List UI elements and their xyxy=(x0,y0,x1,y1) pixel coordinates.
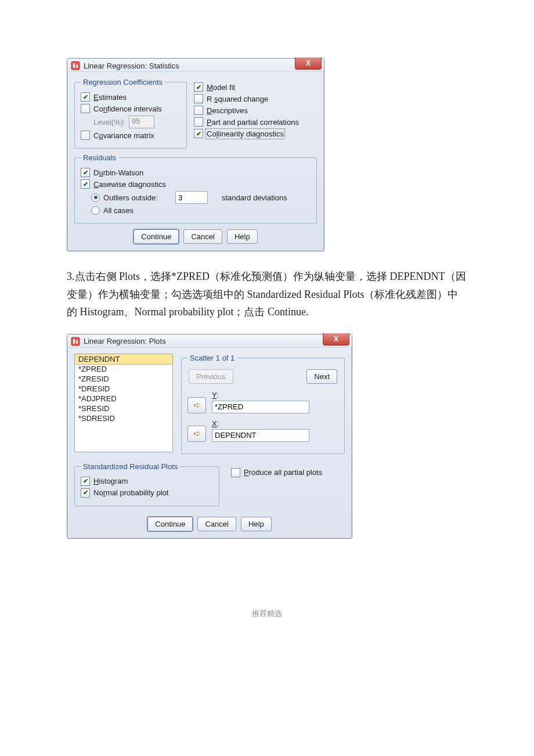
outliers-radio[interactable]: Outliers outside:Outliers outside: stand… xyxy=(91,191,311,204)
level-row: Level(%): 95 xyxy=(93,116,181,128)
variables-listbox[interactable]: DEPENDNT *ZPRED *ZRESID *DRESID *ADJPRED… xyxy=(74,354,173,452)
regression-coefficients-legend: Regression Coefficients xyxy=(81,78,165,87)
instruction-paragraph: 3.点击右侧 Plots，选择*ZPRED（标准化预测值）作为纵轴变量，选择 D… xyxy=(67,268,467,321)
continue-button[interactable]: Continue xyxy=(134,229,179,244)
app-icon xyxy=(71,61,80,70)
close-button[interactable]: X xyxy=(295,57,322,70)
list-item[interactable]: DEPENDNT xyxy=(74,354,173,365)
svg-rect-2 xyxy=(76,64,78,68)
checkbox-icon xyxy=(231,468,240,477)
list-item[interactable]: *DRESID xyxy=(75,384,172,394)
dialog-title: Linear Regression: Plots xyxy=(84,337,166,345)
checkbox-icon xyxy=(81,168,90,177)
radio-icon xyxy=(91,206,100,215)
move-to-x-button[interactable]: ➪ xyxy=(187,426,206,442)
close-icon: X xyxy=(306,59,311,67)
page-footer: 推荐精选 xyxy=(67,609,467,619)
previous-button[interactable]: PreviousPrevious xyxy=(189,369,233,384)
svg-rect-4 xyxy=(73,339,75,344)
move-to-y-button[interactable]: ➪ xyxy=(187,397,206,413)
close-button[interactable]: X xyxy=(323,333,349,345)
svg-rect-0 xyxy=(71,62,80,70)
button-row: Continue Cancel Help xyxy=(74,517,345,531)
plots-dialog: Linear Regression: Plots X DEPENDNT *ZPR… xyxy=(67,334,352,539)
normal-prob-checkbox[interactable]: Normal probability plotNormal probabilit… xyxy=(81,488,213,498)
cancel-button[interactable]: Cancel xyxy=(183,229,222,244)
cancel-button[interactable]: Cancel xyxy=(197,517,236,531)
app-icon xyxy=(71,337,80,346)
confidence-checkbox[interactable]: Confidence intervalsConfidence intervals xyxy=(81,104,181,113)
level-label: Level(%): xyxy=(93,118,125,127)
next-button[interactable]: NextNext xyxy=(306,369,337,384)
std-dev-label: standard deviations xyxy=(222,193,287,202)
list-item[interactable]: *ZRESID xyxy=(75,374,172,384)
checkbox-icon xyxy=(81,92,90,102)
histogram-checkbox[interactable]: HistogramHistogram xyxy=(81,477,213,486)
checkbox-icon xyxy=(81,104,90,113)
descriptives-checkbox[interactable]: DescriptivesDescriptives xyxy=(194,106,317,115)
y-input[interactable] xyxy=(212,401,309,413)
svg-rect-3 xyxy=(71,337,80,345)
checkbox-icon xyxy=(194,129,203,138)
checkbox-icon xyxy=(81,131,90,140)
durbin-watson-checkbox[interactable]: Durbin-WatsonDurbin-Watson xyxy=(81,168,311,177)
checkbox-icon xyxy=(81,179,90,189)
casewise-checkbox[interactable]: Casewise diagnosticsCasewise diagnostics xyxy=(81,179,311,189)
srp-legend: Standardized Residual Plots xyxy=(81,462,180,471)
statistics-dialog: Linear Regression: Statistics X Regressi… xyxy=(67,58,324,251)
model-fit-checkbox[interactable]: Model fitModel fit xyxy=(194,82,317,92)
right-options: Model fitModel fit R squared changeR squ… xyxy=(194,78,317,153)
titlebar: Linear Regression: Statistics X xyxy=(67,59,324,72)
list-item[interactable]: *SDRESID xyxy=(75,413,172,423)
y-label: Y:Y: xyxy=(212,391,309,399)
regression-coefficients-group: Regression Coefficients EEstimatesstimat… xyxy=(74,78,187,149)
checkbox-icon xyxy=(194,82,203,92)
checkbox-icon xyxy=(81,488,90,498)
continue-button[interactable]: Continue xyxy=(147,517,193,531)
help-button[interactable]: Help xyxy=(241,517,272,531)
checkbox-icon xyxy=(81,477,90,486)
svg-rect-5 xyxy=(76,340,78,344)
scatter-group: Scatter 1 of 1 PreviousPrevious NextNext… xyxy=(181,354,345,454)
part-partial-checkbox[interactable]: Part and partial correlationsPart and pa… xyxy=(194,117,317,127)
checkbox-icon xyxy=(194,117,203,127)
residuals-group: Residuals Durbin-WatsonDurbin-Watson Cas… xyxy=(74,153,317,224)
produce-partial-checkbox[interactable]: Produce all partial plotsProduce all par… xyxy=(231,468,322,477)
list-item[interactable]: *SRESID xyxy=(75,404,172,413)
residuals-legend: Residuals xyxy=(81,153,118,162)
covariance-checkbox[interactable]: Covariance matrixCovariance matrix xyxy=(81,131,181,140)
collinearity-checkbox[interactable]: Collinearity diagnosticsCollinearity dia… xyxy=(194,129,317,138)
button-row: Continue Cancel Help xyxy=(74,229,317,244)
svg-rect-1 xyxy=(73,63,75,68)
radio-icon xyxy=(91,193,100,202)
all-cases-radio[interactable]: All casesAll cases xyxy=(91,206,311,215)
r-squared-checkbox[interactable]: R squared changeR squared change xyxy=(194,94,317,103)
x-label: X:X: xyxy=(212,419,309,428)
scatter-legend: Scatter 1 of 1 xyxy=(187,354,237,362)
outliers-input[interactable] xyxy=(175,191,208,204)
close-icon: X xyxy=(334,335,338,343)
checkbox-icon xyxy=(194,94,203,103)
x-input[interactable] xyxy=(212,429,309,442)
estimates-checkbox[interactable]: EEstimatesstimates xyxy=(81,92,181,102)
help-button[interactable]: Help xyxy=(227,229,258,244)
dialog-title: Linear Regression: Statistics xyxy=(84,62,179,70)
list-item[interactable]: *ZPRED xyxy=(75,364,172,374)
level-input: 95 xyxy=(129,116,154,128)
standardized-residual-plots-group: Standardized Residual Plots HistogramHis… xyxy=(74,462,219,506)
titlebar: Linear Regression: Plots X xyxy=(67,334,352,348)
checkbox-icon xyxy=(194,106,203,115)
list-item[interactable]: *ADJPRED xyxy=(75,394,172,404)
